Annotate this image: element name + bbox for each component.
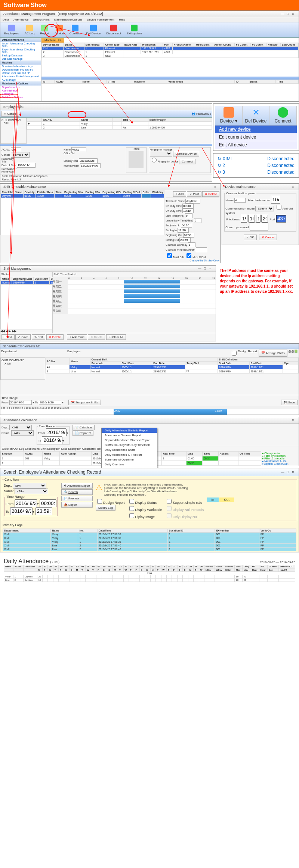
menu-help[interactable]: Help: [119, 18, 125, 21]
close-icon[interactable]: ×: [212, 185, 218, 189]
report-item[interactable]: Daily Attendance Statistic Report: [102, 428, 157, 433]
mc-check[interactable]: [167, 253, 172, 258]
sm-add[interactable]: + Add: [1, 334, 15, 340]
excel-icon[interactable]: 📗: [294, 350, 298, 357]
s-t1[interactable]: [40, 499, 56, 507]
tb-device[interactable]: Device: [52, 24, 66, 36]
ei-input[interactable]: [178, 228, 189, 233]
zoom-row[interactable]: ↻ XIMIDisconnected: [215, 155, 297, 162]
preview-btn[interactable]: 📄 Preview: [61, 496, 93, 501]
report-item[interactable]: Daily Attendance Shifts: [102, 447, 157, 452]
off-input[interactable]: [182, 208, 194, 213]
tb-deldevice[interactable]: Del Device: [84, 24, 103, 36]
search-grid[interactable]: DepartmentNameNo.Date/TimeLocation IDID …: [3, 528, 296, 551]
search-btn[interactable]: 🔍 Search: [61, 489, 93, 495]
device-row[interactable]: 2Disconnected1Ethernet192.168.1.2014370: [42, 50, 299, 54]
side-link[interactable]: ● Change color: [262, 452, 298, 455]
adv-export-btn[interactable]: ❖ Advanced Export: [61, 483, 93, 489]
report-item[interactable]: Daily Attendance OT Report: [102, 452, 157, 457]
sm-save[interactable]: ✓ Save: [15, 334, 31, 340]
ok-btn[interactable]: ✓ OK: [244, 235, 257, 240]
calc-name[interactable]: <All>: [11, 430, 34, 436]
sm-del[interactable]: ✕ Delete: [46, 334, 64, 340]
tb-aclog[interactable]: AC Log: [22, 24, 37, 36]
side-export[interactable]: Export Attendance Checking Data: [0, 48, 41, 54]
ip4[interactable]: [261, 215, 268, 223]
post-btn[interactable]: ✓ Post: [187, 191, 201, 197]
acno-input[interactable]: [11, 147, 21, 152]
side-dl-user[interactable]: Download user info and Fp: [0, 68, 41, 71]
ds-check[interactable]: [129, 499, 134, 504]
side-employee[interactable]: Employee: [0, 92, 41, 96]
tb-employees[interactable]: Employees: [2, 24, 21, 36]
cm-input[interactable]: [196, 247, 207, 252]
sm-clearall[interactable]: ☐ Clear All: [106, 334, 126, 340]
ip2[interactable]: [248, 215, 255, 223]
conn-device-btn[interactable]: Connect Device: [173, 151, 199, 156]
dr-check[interactable]: [97, 499, 102, 504]
report-item[interactable]: Staff's On-Duty/Off-Duty Timetable: [102, 443, 157, 447]
menu-maint[interactable]: Maintenance/Options: [54, 18, 83, 21]
side-link[interactable]: ● Filter by exception: [262, 455, 298, 457]
change-color-link[interactable]: Change the Display Color: [190, 259, 220, 262]
report-btn[interactable]: 📄 Report ▾: [73, 430, 93, 436]
cw-input[interactable]: [188, 242, 195, 247]
side-ul-user[interactable]: Upload user info and FP: [0, 71, 41, 75]
late-input[interactable]: [185, 213, 192, 218]
del-btn[interactable]: ✕ Delete: [202, 191, 219, 197]
menu-search[interactable]: Search/Print: [33, 18, 49, 21]
close-icon[interactable]: ×: [290, 185, 296, 189]
dm-pwd[interactable]: [250, 223, 268, 230]
report-item[interactable]: Summary of Overtime: [102, 457, 157, 462]
eo-input[interactable]: [179, 238, 191, 242]
tb-exit[interactable]: Exit system: [124, 24, 144, 36]
bo-input[interactable]: [183, 233, 194, 238]
close-icon[interactable]: ×: [290, 470, 296, 474]
side-link[interactable]: ● Filter to timetable: [262, 457, 298, 460]
tb-report[interactable]: Report: [38, 24, 51, 36]
report-menu[interactable]: Daily Attendance Statistic Report Attend…: [101, 428, 157, 472]
report-item[interactable]: Daily Overtime: [102, 462, 157, 467]
dm-name[interactable]: [234, 198, 246, 203]
menubar[interactable]: Data Attendance Search/Print Maintenance…: [0, 17, 299, 22]
ttname-input[interactable]: [185, 199, 200, 204]
side-usb[interactable]: Usb Disk Manage: [0, 57, 41, 61]
s-name[interactable]: <All>: [15, 489, 48, 494]
to-date[interactable]: [39, 400, 61, 405]
sm-edit[interactable]: ✎ Edit: [32, 334, 46, 340]
dr-check[interactable]: [232, 351, 237, 356]
side-dept[interactable]: Department List: [0, 86, 41, 89]
dw-check[interactable]: [129, 506, 134, 511]
side-backup[interactable]: Backup Database: [0, 54, 41, 57]
dd-editall[interactable]: Edit All device: [215, 141, 297, 149]
bi-input[interactable]: [181, 223, 192, 228]
tab-machinelist[interactable]: Machine List: [41, 38, 64, 43]
facegroup-btn[interactable]: 👥 FaceGroup: [192, 112, 211, 115]
report-item[interactable]: Depart Attendance Statistic Report: [102, 438, 157, 443]
menu-device[interactable]: Device management: [87, 18, 114, 21]
log-row[interactable]: XIMILina22016/9/26 17:56:401001FP: [3, 544, 296, 548]
mob-input[interactable]: [80, 163, 101, 168]
device-row[interactable]: XIMIDisconnected1Ethernet192.168.0.24370: [42, 47, 299, 50]
close-icon[interactable]: ×: [207, 267, 213, 270]
export-btn[interactable]: 📤 Export: [61, 502, 93, 508]
dd-add[interactable]: Add new device: [215, 125, 297, 133]
sched-row[interactable]: 2LinaNormal2000/1/12999/12/31☐2016/9/262…: [46, 369, 299, 373]
s-dep[interactable]: XIMI: [13, 483, 46, 489]
s-from[interactable]: [15, 499, 37, 507]
side-acmanage[interactable]: AC Manage: [0, 78, 41, 81]
emp-grid[interactable]: AC.No.NameTitleMobile/Pager ▶1Vicky 2Lin…: [27, 118, 212, 130]
emptime-input[interactable]: [79, 158, 98, 163]
print2-icon[interactable]: 🖨: [291, 350, 294, 357]
temp-shifts-btn[interactable]: 📅 Temporary Shifts: [68, 400, 101, 405]
sm-deltime[interactable]: ✕ Delete: [88, 334, 105, 340]
calc-dep[interactable]: XIMI: [9, 425, 32, 430]
fp-radio[interactable]: [152, 158, 157, 162]
s-to[interactable]: [10, 507, 33, 515]
s-t2[interactable]: [36, 507, 52, 515]
log-grid[interactable]: IdAc.NoNamei.TimeMachineVerify ModeIDSta…: [41, 80, 299, 84]
add-btn[interactable]: + Add: [173, 191, 186, 197]
zoom-device[interactable]: Device ▾: [215, 106, 243, 125]
gender-select[interactable]: Female: [11, 152, 30, 158]
log-row[interactable]: XIMIVicky12016/9/26 17:56:321001FP: [3, 533, 296, 536]
